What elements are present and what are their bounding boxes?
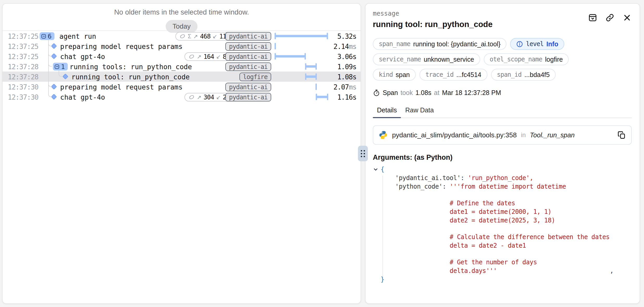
link-icon [605, 13, 615, 22]
duration-bar [275, 35, 327, 37]
duration-timeline [275, 41, 327, 51]
code-line: date2 = datetime(2025, 3, 18) [381, 216, 632, 225]
code-segment: # Get the number of days [450, 259, 537, 266]
duration-timeline [275, 82, 327, 92]
scope-tag[interactable]: logfire [239, 73, 271, 81]
child-count: 1 [61, 63, 65, 71]
pill-row: service_nameunknown_serviceotel_scope_na… [373, 53, 632, 65]
info-icon [516, 41, 523, 48]
span-row[interactable]: 12:37:25chat gpt-4o↗164↙87pydantic-ai3.0… [3, 51, 361, 61]
pill-value: logfire [545, 56, 563, 63]
span-name[interactable]: chat gpt-4o [60, 93, 105, 101]
pill-label: kind [379, 71, 393, 78]
span-name[interactable]: preparing model request params [60, 83, 183, 91]
source-location-box: pydantic_ai_slim/pydantic_ai/tools.py:35… [373, 125, 632, 145]
scope-tag[interactable]: pydantic-ai [225, 83, 271, 91]
duration-timeline [275, 92, 327, 102]
close-detail-button[interactable] [622, 13, 632, 22]
span-row[interactable]: 12:37:281running tools: run_python_codep… [3, 61, 361, 72]
span-name[interactable]: running tool: run_python_code [71, 73, 190, 81]
copy-link-button[interactable] [605, 13, 615, 22]
arguments-heading: Arguments: (as Python) [373, 154, 632, 162]
scope-tag[interactable]: pydantic-ai [225, 42, 271, 51]
span-name[interactable]: running tools: run_python_code [70, 63, 192, 71]
code-segment: delta = date2 - date1 [450, 242, 526, 249]
collapse-children-badge[interactable]: 6 [40, 32, 54, 40]
tokens-icon [179, 33, 186, 40]
span-diamond-icon [51, 43, 57, 49]
copy-location-button[interactable] [617, 131, 626, 139]
duration-timeline [275, 31, 327, 41]
panel-resize-handle[interactable] [358, 146, 368, 161]
timing-span-word: Span [383, 89, 398, 97]
span-timestamp: 12:37:30 [8, 93, 38, 101]
collapse-children-badge[interactable]: 1 [53, 63, 68, 71]
collapse-chevron-icon[interactable] [373, 167, 379, 173]
span-duration: 3.06s [337, 53, 356, 61]
span-timestamp: 12:37:25 [8, 43, 38, 50]
span-name[interactable]: agent run [59, 33, 96, 40]
span-duration: 1.09s [337, 63, 356, 71]
duration-tick [275, 43, 276, 49]
input-arrow-icon: ↗ [197, 54, 202, 60]
scope-tag[interactable]: pydantic-ai [225, 62, 271, 71]
tree-connector-line [48, 40, 49, 93]
tab-raw-data[interactable]: Raw Data [401, 104, 438, 118]
code-segment [381, 267, 450, 274]
span-timestamp: 12:37:25 [8, 33, 38, 40]
code-line: 'python_code': '''from datetime import d… [381, 182, 632, 191]
span-diamond-icon [63, 74, 69, 80]
arguments-code-block: { 'pydantic_ai.tool': 'run_python_code',… [373, 165, 632, 284]
pill-value: running tool: {pydantic_ai.tool} [413, 40, 500, 48]
timing-timestamp: Mar 18 12:37:28 PM [442, 89, 501, 97]
sigma-icon: Σ [188, 33, 191, 40]
no-older-items-notice: No older items in the selected time wind… [3, 4, 361, 16]
pill-value: ...bda4f5 [524, 71, 550, 79]
collapse-minus-icon [41, 34, 46, 39]
code-segment [381, 217, 450, 224]
token-usage-badge[interactable]: Σ↗468↙114 [175, 32, 234, 41]
span-diamond-icon [51, 53, 57, 59]
bar-start-cap [305, 63, 306, 70]
scope-tag[interactable]: pydantic-ai [225, 52, 271, 61]
dock-bottom-icon [588, 13, 597, 22]
output-arrow-icon: ↙ [216, 94, 221, 100]
span-row[interactable]: 12:37:30preparing model request paramspy… [3, 82, 361, 92]
duration-bar [306, 65, 316, 68]
scope-tag[interactable]: pydantic-ai [225, 93, 271, 101]
code-line: date1 = datetime(2000, 1, 1) [381, 208, 632, 216]
source-file-path[interactable]: pydantic_ai_slim/pydantic_ai/tools.py:35… [392, 131, 517, 139]
span-row[interactable]: 12:37:256agent runΣ↗468↙114pydantic-ai5.… [3, 31, 361, 41]
code-line [381, 250, 632, 258]
trailing-comma: , [610, 267, 614, 275]
detail-header-actions [588, 13, 632, 22]
copy-icon [617, 131, 626, 139]
span-row[interactable]: 12:37:30chat gpt-4o↗304↙27pydantic-ai1.1… [3, 92, 361, 102]
code-segment [381, 242, 450, 249]
span-row[interactable]: 12:37:25preparing model request paramspy… [3, 41, 361, 51]
level-pill[interactable]: levelInfo [510, 38, 564, 50]
code-segment: , [530, 174, 533, 182]
dock-panel-button[interactable] [588, 13, 597, 22]
span-name[interactable]: chat gpt-4o [60, 53, 105, 61]
pill-label: span_name [379, 40, 410, 48]
code-segment: # Calculate the difference between the d… [450, 233, 610, 241]
scope-tag[interactable]: pydantic-ai [225, 32, 271, 41]
code-segment: : [442, 183, 450, 190]
span-rows: 12:37:256agent runΣ↗468↙114pydantic-ai5.… [3, 31, 361, 102]
span-timestamp: 12:37:30 [8, 83, 38, 91]
span-timing-line: Span took 1.08s at Mar 18 12:37:28 PM [373, 89, 632, 97]
code-line [381, 225, 632, 233]
pill-value: ...fc4514 [456, 71, 481, 79]
attribute-pill-otel_scope_name: otel_scope_namelogfire [484, 53, 569, 65]
trace-list-panel: No older items in the selected time wind… [2, 3, 361, 304]
tokens-icon [188, 53, 195, 60]
tab-details[interactable]: Details [373, 104, 401, 118]
code-segment [381, 259, 450, 266]
span-diamond-icon [51, 94, 57, 100]
bar-start-cap [275, 53, 276, 60]
pill-value: unknown_service [424, 56, 474, 63]
span-row[interactable]: 12:37:28running tool: run_python_codelog… [3, 72, 361, 82]
span-name[interactable]: preparing model request params [60, 43, 183, 50]
attribute-pill-trace_id: trace_id...fc4514 [419, 69, 487, 81]
